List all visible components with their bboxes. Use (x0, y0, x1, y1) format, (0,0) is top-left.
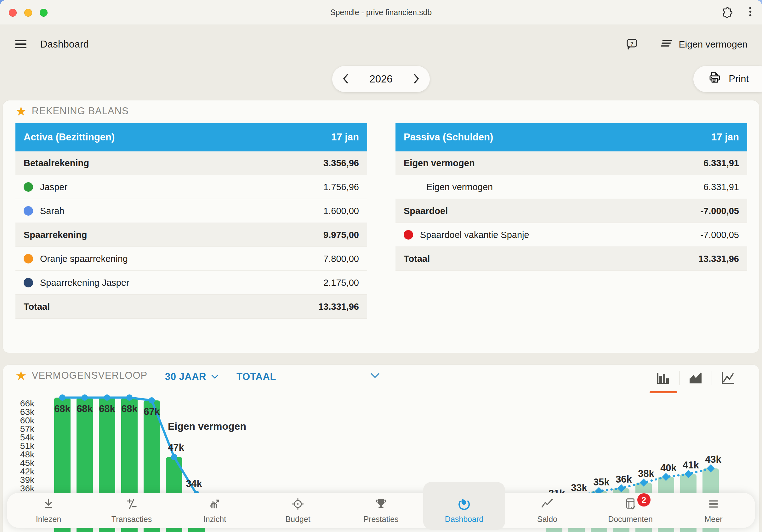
series-dropdown[interactable]: TOTAAL (237, 371, 276, 382)
active-chart-type-underline (649, 391, 677, 393)
svg-text:43k: 43k (705, 454, 722, 465)
bar-chart-icon[interactable] (647, 369, 679, 387)
nav-item-documenten[interactable]: Documenten2 (589, 493, 672, 528)
nav-label: Inlezen (36, 515, 61, 524)
table-row[interactable]: Spaarrekening9.975,00 (15, 223, 367, 247)
documents-icon (623, 497, 638, 512)
nav-item-dashboard[interactable]: Dashboard (422, 493, 506, 528)
row-label: Totaal (404, 254, 430, 264)
extensions-icon[interactable] (720, 5, 733, 20)
download-icon (41, 497, 56, 512)
table-row[interactable]: Jasper1.756,96 (15, 175, 367, 199)
table-title: Activa (Bezittingen) (24, 131, 114, 143)
row-value: 9.975,00 (323, 230, 359, 240)
nav-item-inlezen[interactable]: Inlezen (7, 493, 90, 528)
menu-icon[interactable] (12, 36, 30, 53)
svg-text:67k: 67k (144, 406, 160, 417)
row-label: Spaarrekening (24, 230, 87, 240)
table-row[interactable]: Spaardoel-7.000,05 (396, 199, 747, 223)
svg-text:39k: 39k (20, 475, 35, 485)
table-row[interactable]: Spaarrekening Jasper2.175,00 (15, 271, 367, 295)
table-row[interactable]: Oranje spaarrekening7.800,00 (15, 247, 367, 271)
print-button[interactable]: Print (693, 66, 762, 92)
window-title: Spendle - prive financien.sdb (0, 0, 762, 25)
table-header: Passiva (Schulden)17 jan (396, 123, 747, 151)
favorite-star-icon[interactable]: ★ (15, 105, 27, 117)
account-color-dot (24, 278, 33, 287)
account-selector[interactable]: Eigen vermogen (657, 38, 749, 51)
svg-text:34k: 34k (186, 478, 202, 489)
svg-text:36k: 36k (616, 474, 632, 485)
svg-text:33k: 33k (571, 482, 587, 493)
row-label: Betaalrekening (24, 158, 89, 168)
toolbar: 2026 Print (0, 64, 762, 101)
row-value: 6.331,91 (704, 158, 739, 168)
balance-table-activa: Activa (Bezittingen)17 janBetaalrekening… (15, 123, 367, 319)
table-date: 17 jan (331, 131, 359, 143)
next-year-button[interactable] (412, 72, 421, 87)
svg-text:?: ? (630, 41, 633, 47)
svg-text:47k: 47k (168, 442, 184, 453)
svg-text:35k: 35k (593, 477, 610, 488)
row-label: Oranje spaarrekening (40, 254, 128, 264)
year-selector: 2026 (332, 66, 430, 92)
browser-menu-icon[interactable] (748, 5, 753, 20)
area-chart-icon[interactable] (679, 369, 712, 387)
table-title: Passiva (Schulden) (404, 131, 493, 143)
table-row[interactable]: Eigen vermogen6.331,91 (396, 175, 747, 199)
line-chart-icon[interactable] (712, 369, 744, 387)
nav-label: Documenten (608, 515, 653, 524)
account-label: Eigen vermogen (679, 39, 747, 50)
table-row: Totaal13.331,96 (396, 247, 747, 271)
row-value: 13.331,96 (698, 254, 739, 264)
period-label: 30 JAAR (165, 371, 206, 382)
svg-text:60k: 60k (20, 416, 35, 425)
nav-item-inzicht[interactable]: Inzicht (173, 493, 256, 528)
app-window: Spendle - prive financien.sdb (0, 0, 762, 532)
svg-text:57k: 57k (20, 424, 35, 434)
table-row[interactable]: Spaardoel vakantie Spanje-7.000,05 (396, 223, 747, 247)
row-value: 1.756,96 (323, 182, 359, 192)
table-date: 17 jan (711, 131, 739, 143)
svg-text:42k: 42k (20, 467, 35, 476)
row-label: Sarah (40, 206, 64, 216)
help-icon[interactable]: ? (624, 36, 641, 53)
row-value: 7.800,00 (323, 254, 359, 264)
account-color-dot (404, 230, 413, 240)
account-color-dot (24, 182, 33, 192)
row-value: 13.331,96 (318, 302, 359, 312)
favorite-star-icon[interactable]: ★ (15, 369, 27, 382)
nav-label: Inzicht (203, 515, 226, 524)
balance-section: ★ REKENING BALANS Activa (Bezittingen)17… (3, 100, 759, 353)
row-label: Eigen vermogen (404, 158, 475, 168)
row-value: -7.000,05 (700, 230, 739, 240)
nav-item-meer[interactable]: Meer (672, 493, 755, 528)
table-row: Totaal13.331,96 (15, 295, 367, 319)
svg-text:48k: 48k (20, 449, 35, 459)
table-row[interactable]: Eigen vermogen6.331,91 (396, 151, 747, 175)
previous-year-button[interactable] (341, 72, 350, 87)
series-dropdown-chevron-icon[interactable] (371, 373, 379, 379)
svg-text:68k: 68k (77, 403, 93, 414)
svg-text:38k: 38k (638, 468, 654, 479)
row-value: 6.331,91 (704, 182, 739, 192)
row-label: Spaarrekening Jasper (40, 278, 129, 288)
svg-text:63k: 63k (20, 407, 35, 417)
nav-item-transacties[interactable]: Transacties (90, 493, 173, 528)
nav-item-saldo[interactable]: Saldo (506, 493, 589, 528)
row-value: 2.175,00 (323, 278, 359, 288)
table-row[interactable]: Betaalrekening3.356,96 (15, 151, 367, 175)
nav-item-prestaties[interactable]: Prestaties (340, 493, 422, 528)
account-color-dot (24, 254, 33, 264)
account-color-dot (24, 206, 33, 216)
target-icon (291, 497, 305, 512)
period-dropdown[interactable]: 30 JAAR (165, 371, 218, 382)
balance-table-passiva: Passiva (Schulden)17 janEigen vermogen6.… (396, 123, 747, 319)
app-header: Dashboard ? Eigen vermogen (0, 25, 762, 64)
sort-lines-icon (659, 39, 673, 50)
row-label: Jasper (40, 182, 67, 192)
table-row[interactable]: Sarah1.600,00 (15, 199, 367, 223)
nav-item-budget[interactable]: Budget (256, 493, 340, 528)
svg-text:66k: 66k (20, 399, 35, 408)
printer-icon (708, 71, 722, 87)
